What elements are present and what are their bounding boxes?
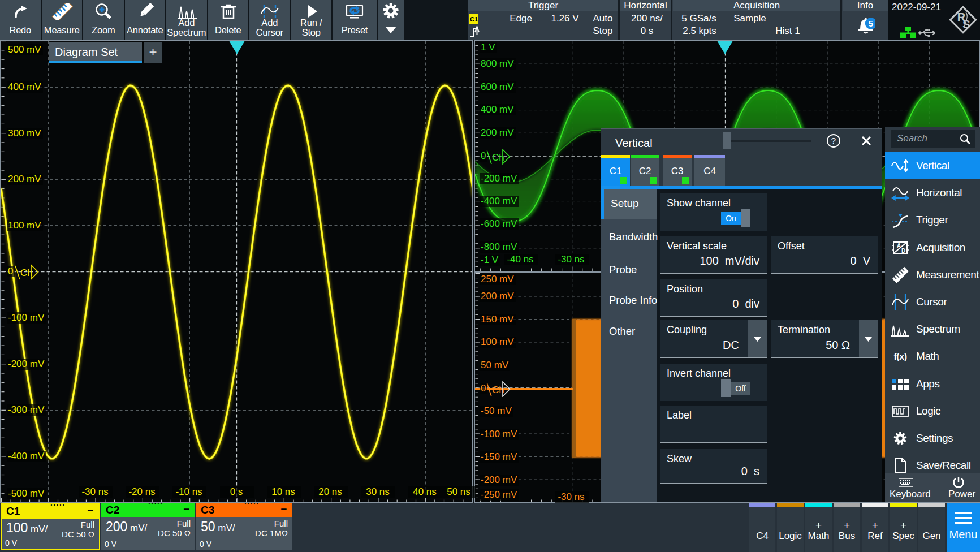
svg-text:A: A [897,243,901,249]
svg-text:5: 5 [869,19,873,28]
svg-text:f(x): f(x) [893,352,906,361]
svg-text:?: ? [831,136,836,145]
svg-text:D: D [901,248,905,254]
